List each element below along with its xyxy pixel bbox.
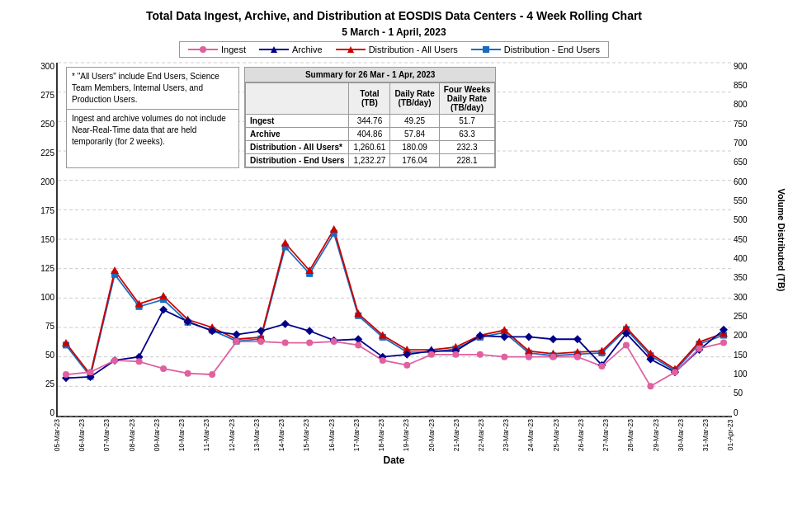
svg-point-123 [501,353,507,360]
x-tick: 16-Mar-23 [328,419,336,451]
svg-point-1 [200,46,206,53]
summary-table: Total(TB) Daily Rate(TB/day) Four WeeksD… [245,82,495,167]
info-box-summary: Summary for 26 Mar - 1 Apr, 2023 Total(T… [244,67,496,168]
summary-header: Summary for 26 Mar - 1 Apr, 2023 [245,68,495,82]
svg-marker-86 [281,319,290,327]
svg-point-126 [574,353,581,360]
x-tick: 18-Mar-23 [378,419,385,451]
svg-point-115 [306,339,313,346]
svg-marker-96 [525,332,533,341]
y-axis-left: Ingest and Archive Volume (TB) 300 275 2… [8,63,56,417]
x-tick: 11-Mar-23 [203,419,210,451]
svg-point-105 [63,371,69,378]
chart-subtitle: 5 March - 1 April, 2023 [8,26,780,38]
svg-point-110 [185,370,191,376]
x-tick: 09-Mar-23 [153,419,161,451]
x-tick: 06-Mar-23 [78,419,86,451]
svg-point-118 [380,357,386,364]
svg-marker-53 [159,292,168,299]
svg-marker-87 [305,327,314,335]
legend-ingest: Ingest [188,45,246,54]
svg-marker-51 [111,266,119,274]
legend-dist-all: Distribution - All Users [336,45,458,54]
x-tick: 25-Mar-23 [553,419,560,451]
svg-marker-97 [549,335,557,343]
svg-point-128 [623,341,630,348]
info-overlay: * "All Users" include End Users, Science… [66,67,496,168]
x-tick: 20-Mar-23 [428,419,436,451]
svg-point-106 [87,369,94,375]
x-axis: 05-Mar-2306-Mar-2307-Mar-2308-Mar-2309-M… [54,417,734,453]
x-tick: 23-Mar-23 [503,419,510,451]
x-tick: 10-Mar-23 [178,419,186,451]
svg-point-111 [209,371,215,378]
svg-point-109 [160,365,167,372]
svg-point-124 [526,353,532,360]
svg-point-120 [428,351,435,357]
svg-marker-58 [281,238,290,246]
x-tick: 01-Apr-23 [727,419,734,451]
x-tick: 30-Mar-23 [677,419,685,451]
svg-marker-60 [330,225,338,233]
x-axis-label: Date [8,454,780,466]
x-tick: 12-Mar-23 [229,419,236,451]
svg-point-131 [696,345,702,351]
summary-row: Distribution - All Users* 1,260.61 180.0… [246,140,495,153]
x-tick: 24-Mar-23 [527,419,535,451]
y-axis-right: 900 850 800 750 700 650 600 550 500 450 … [732,63,780,417]
x-tick: 27-Mar-23 [602,419,610,451]
svg-rect-7 [483,46,489,53]
svg-point-112 [234,338,240,345]
svg-point-113 [257,338,264,345]
svg-point-127 [598,363,605,370]
svg-point-129 [647,383,654,389]
svg-point-107 [111,357,118,364]
x-tick: 22-Mar-23 [478,419,485,451]
chart-container: Total Data Ingest, Archive, and Distribu… [0,0,788,532]
svg-point-130 [672,369,678,375]
summary-row: Archive 404.86 57.84 63.3 [246,127,495,140]
x-tick: 28-Mar-23 [627,419,635,451]
svg-point-119 [403,361,410,368]
svg-point-116 [331,338,337,345]
svg-point-117 [355,341,361,348]
plot-area: * "All Users" include End Users, Science… [56,63,732,417]
svg-point-114 [282,339,289,346]
svg-marker-81 [159,305,168,313]
x-tick: 07-Mar-23 [103,419,111,451]
x-tick: 21-Mar-23 [453,419,460,451]
svg-point-108 [136,358,143,365]
x-tick: 14-Mar-23 [278,419,285,451]
summary-row: Ingest 344.76 49.25 51.7 [246,114,495,127]
x-tick: 26-Mar-23 [578,419,585,451]
x-tick: 08-Mar-23 [129,419,136,451]
svg-point-121 [452,351,459,357]
svg-point-125 [550,353,556,360]
summary-row: Distribution - End Users 1,232.27 176.04… [246,153,495,167]
chart-legend: Ingest Archive Distribution - All Users … [179,41,609,58]
chart-title: Total Data Ingest, Archive, and Distribu… [8,8,780,25]
legend-archive: Archive [259,45,323,54]
svg-point-122 [477,351,484,357]
info-box-notes: * "All Users" include End Users, Science… [66,67,239,168]
note2: Ingest and archive volumes do not includ… [67,110,238,151]
svg-point-132 [720,339,727,346]
x-tick: 15-Mar-23 [303,419,310,451]
note1: * "All Users" include End Users, Science… [67,68,238,110]
x-tick: 17-Mar-23 [353,419,361,451]
legend-dist-end: Distribution - End Users [471,45,600,54]
x-tick: 29-Mar-23 [653,419,660,451]
x-tick: 19-Mar-23 [403,419,410,451]
y-axis-right-label: Volume Distributed (TB) [776,188,786,291]
x-tick: 05-Mar-23 [54,419,61,451]
x-tick: 13-Mar-23 [253,419,261,451]
x-tick: 31-Mar-23 [702,419,710,451]
